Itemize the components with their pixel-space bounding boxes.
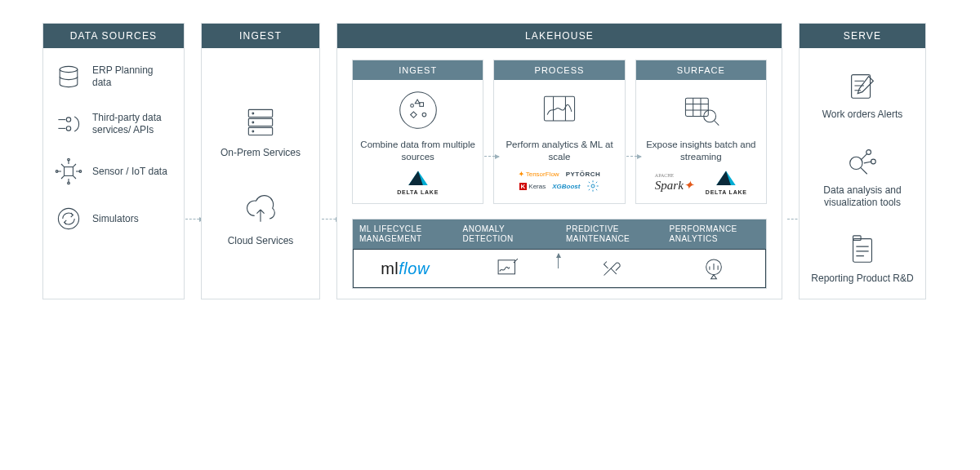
cloud-upload-icon [242, 191, 279, 228]
lh-card-desc: Combine data from multiple sources [359, 139, 476, 163]
architecture-diagram: DATA SOURCES ERP Planning data Third-par… [0, 0, 980, 470]
iot-icon [53, 156, 84, 187]
anomaly-icon [457, 250, 559, 287]
source-item-erp: ERP Planning data [53, 61, 174, 92]
svg-rect-30 [853, 236, 862, 241]
delta-lake-logo: DELTA LAKE [397, 170, 439, 195]
lh-card-logos: APACHE Spark✦ DELTA LAKE [655, 170, 747, 195]
svg-point-18 [422, 113, 426, 117]
lh-card-header: SURFACE [636, 60, 766, 80]
svg-point-20 [591, 184, 595, 188]
source-item-api: Third-party data services/ APIs [53, 109, 174, 140]
source-label: Simulators [92, 213, 139, 225]
svg-point-8 [58, 208, 78, 228]
tensorflow-logo: ✦TensorFlow [519, 171, 559, 178]
cap-header: PERFORMANCE ANALYTICS [663, 219, 767, 249]
arrow-lh-ingest-to-process [484, 156, 499, 157]
keras-logo: KKeras [519, 183, 546, 190]
cap-header: PREDICTIVE MAINTENANCE [559, 219, 663, 249]
source-label: Third-party data services/ APIs [92, 112, 174, 136]
source-label: ERP Planning data [92, 64, 174, 89]
analytics-icon [662, 250, 765, 287]
column-header-data-sources: DATA SOURCES [43, 24, 184, 48]
pytorch-logo: PYTÖRCH [566, 171, 601, 178]
lh-card-logos: DELTA LAKE [397, 170, 439, 195]
sim-icon [53, 203, 84, 234]
server-icon [242, 103, 279, 140]
svg-point-13 [252, 122, 254, 123]
tools-icon [559, 250, 662, 287]
column-ingest: INGEST On-Prem Services Cloud Services [201, 23, 320, 299]
ingest-item-onprem: On-Prem Services [212, 103, 310, 158]
svg-rect-3 [65, 167, 74, 176]
column-header-serve: SERVE [800, 24, 925, 48]
source-item-iot: Sensor / IoT data [53, 156, 174, 187]
erp-icon [53, 61, 84, 92]
svg-point-14 [252, 131, 254, 132]
cap-header: ANOMALY DETECTION [457, 219, 560, 249]
ingest-label: On-Prem Services [220, 147, 301, 158]
svg-rect-29 [853, 239, 872, 263]
cap-header: ML LIFECYCLE MANAGEMENT [353, 219, 457, 249]
gear-icon [586, 180, 599, 194]
column-header-ingest: INGEST [202, 24, 319, 48]
ingest-item-cloud: Cloud Services [212, 191, 310, 246]
svg-point-15 [399, 92, 436, 129]
api-icon [53, 109, 84, 140]
column-serve: SERVE Work orders Alerts Data analysis a… [799, 23, 926, 299]
lakehouse-card-process: PROCESS Perform analytics & ML at scale … [493, 60, 625, 204]
lh-card-header: PROCESS [494, 60, 624, 80]
process-icon [537, 88, 581, 132]
column-data-sources: DATA SOURCES ERP Planning data Third-par… [42, 23, 185, 299]
ingest-label: Cloud Services [228, 235, 294, 246]
delta-lake-logo: DELTA LAKE [706, 170, 747, 195]
svg-rect-21 [686, 98, 709, 116]
source-label: Sensor / IoT data [92, 166, 167, 178]
capabilities-header-row: ML LIFECYCLE MANAGEMENT ANOMALY DETECTIO… [353, 219, 766, 249]
dataviz-icon [844, 144, 880, 180]
serve-item-dataviz: Data analysis and visualization tools [809, 144, 915, 209]
arrow-lh-process-to-surface [626, 156, 641, 157]
lakehouse-stages: INGEST Combine data from multiple source… [352, 60, 767, 204]
serve-item-reporting: Reporting Product R&D [809, 232, 915, 285]
lakehouse-card-surface: SURFACE Expose insights batch and stream… [635, 60, 767, 204]
svg-point-12 [252, 113, 254, 114]
lh-card-logos: ✦TensorFlow PYTÖRCH KKeras XGBoost [519, 170, 601, 194]
svg-point-16 [410, 104, 413, 108]
column-header-lakehouse: LAKEHOUSE [337, 24, 782, 48]
svg-point-6 [56, 171, 58, 173]
arrow-bottom-to-process [558, 254, 559, 268]
combine-icon [396, 88, 440, 132]
spark-logo: APACHE Spark✦ [655, 173, 694, 193]
workorder-icon [844, 68, 880, 104]
report-icon [844, 232, 880, 268]
mlflow-logo: mlflow [354, 250, 457, 287]
svg-point-2 [66, 126, 70, 131]
lh-card-header: INGEST [353, 60, 483, 80]
delta-lake-text: DELTA LAKE [706, 189, 747, 195]
delta-lake-text: DELTA LAKE [397, 189, 439, 195]
serve-item-workorders: Work orders Alerts [809, 68, 915, 121]
serve-label: Reporting Product R&D [811, 273, 913, 285]
lh-card-desc: Expose insights batch and streaming [643, 139, 760, 163]
serve-label: Data analysis and visualization tools [809, 184, 915, 209]
source-item-sim: Simulators [53, 203, 174, 234]
xgboost-logo: XGBoost [552, 183, 580, 190]
svg-rect-17 [420, 103, 424, 107]
svg-point-1 [66, 118, 70, 122]
surface-icon [679, 88, 723, 132]
lh-card-desc: Perform analytics & ML at scale [501, 139, 617, 163]
svg-point-26 [850, 157, 862, 169]
lakehouse-card-ingest: INGEST Combine data from multiple source… [352, 60, 483, 204]
svg-point-0 [60, 66, 78, 72]
serve-label: Work orders Alerts [822, 109, 902, 121]
column-lakehouse: LAKEHOUSE INGEST Combine data from multi… [336, 23, 782, 299]
